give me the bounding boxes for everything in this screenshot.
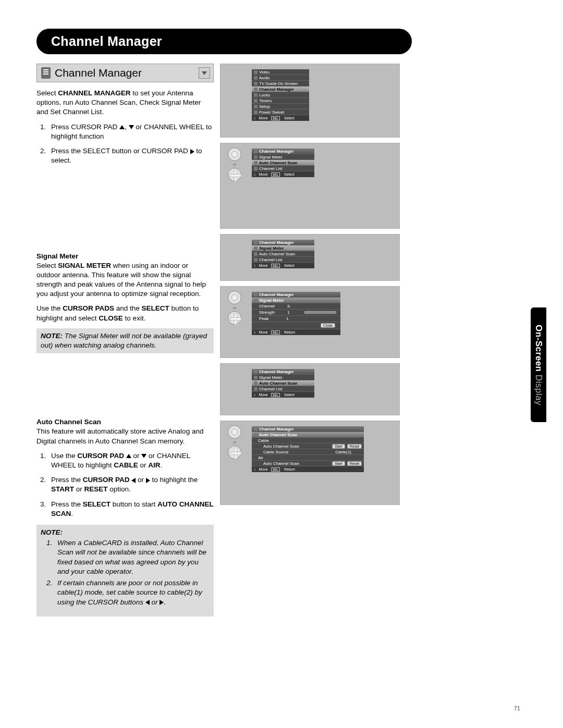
page-header: Channel Manager — [36, 29, 412, 54]
screenshot-auto-scan-highlight: Channel Manager Signal Meter Auto Channe… — [220, 363, 400, 415]
dpad-icon — [228, 311, 241, 325]
remote-icon: or — [226, 425, 243, 459]
screenshot-channel-manager-menu: or Channel Manager Signal Meter Auto Cha… — [220, 143, 400, 229]
auto-scan-steps: Use the CURSOR PAD or or CHANNEL WHEEL t… — [36, 451, 214, 519]
note-auto-scan-2: If certain channels are poor or not poss… — [54, 578, 210, 607]
dropdown-arrow-icon — [199, 67, 210, 79]
text-column: Channel Manager Select CHANNEL MANAGER t… — [36, 64, 214, 622]
signal-meter-exit: Use the CURSOR PADS and the SELECT butto… — [36, 304, 214, 323]
step-2: Press the SELECT button or CURSOR PAD to… — [48, 146, 214, 165]
note-auto-scan-1: When a CableCARD is installed, Auto Chan… — [54, 538, 210, 576]
signal-meter-paragraph: Select SIGNAL METER when using an indoor… — [36, 261, 214, 299]
screenshot-column: Video Audio TV Guide On Screen Channel M… — [220, 64, 400, 622]
dpad-icon — [228, 168, 241, 181]
section-title: Channel Manager — [55, 67, 199, 79]
document-icon — [41, 67, 51, 79]
signal-meter-heading: Signal Meter — [36, 252, 214, 260]
section-header: Channel Manager — [36, 64, 214, 82]
auto-scan-step-2: Press the CURSOR PAD or to highlight the… — [48, 475, 214, 494]
screenshot-signal-meter-highlight: Channel Manager Signal Meter Auto Channe… — [220, 234, 400, 281]
wheel-icon — [228, 291, 241, 304]
dpad-icon — [228, 446, 241, 459]
auto-scan-heading: Auto Channel Scan — [36, 418, 214, 426]
note-signal-meter: NOTE: The Signal Meter will not be avail… — [36, 328, 214, 353]
auto-scan-step-1: Use the CURSOR PAD or or CHANNEL WHEEL t… — [48, 451, 214, 470]
intro-steps: Press CURSOR PAD , or CHANNEL WHEEL to h… — [36, 122, 214, 166]
remote-icon: or — [226, 147, 243, 181]
auto-scan-step-3: Press the SELECT button to start AUTO CH… — [48, 500, 214, 519]
page-number: 71 — [514, 705, 520, 711]
remote-icon: or — [226, 291, 243, 325]
wheel-icon — [228, 425, 241, 439]
auto-scan-paragraph: This feature will automatically store ac… — [36, 427, 214, 446]
section-tab: On-Screen Display — [531, 307, 546, 422]
screenshot-signal-meter-detail: or Channel Manager Signal Meter Channel3… — [220, 286, 400, 358]
screenshot-auto-scan-detail: or Channel Manager Auto Channel Scan Cab… — [220, 421, 400, 505]
screenshot-main-menu: Video Audio TV Guide On Screen Channel M… — [220, 64, 400, 138]
intro-paragraph: Select CHANNEL MANAGER to set your Anten… — [36, 89, 214, 117]
wheel-icon — [228, 147, 241, 161]
step-1: Press CURSOR PAD , or CHANNEL WHEEL to h… — [48, 122, 214, 141]
note-auto-scan: NOTE: When a CableCARD is installed, Aut… — [36, 525, 214, 616]
